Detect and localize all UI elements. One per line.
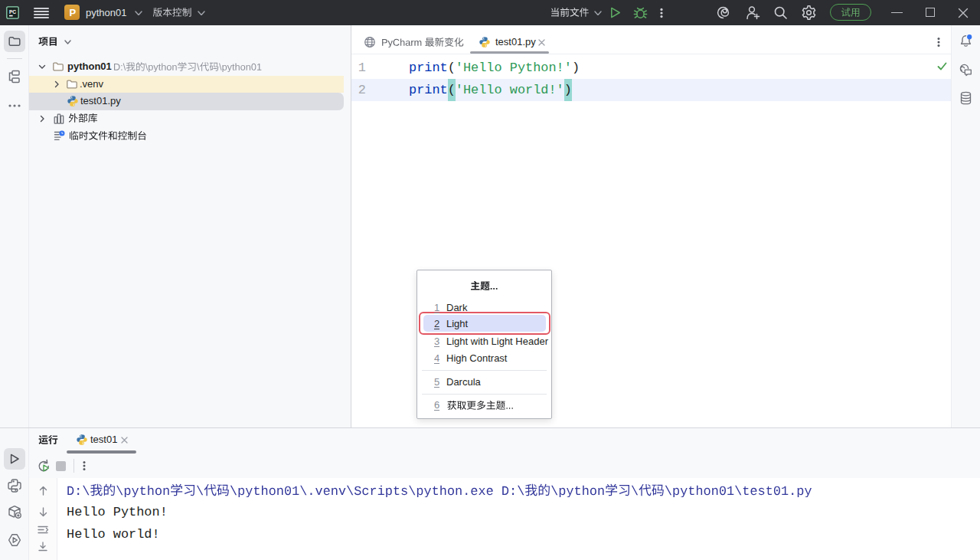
- svg-text:PC: PC: [9, 9, 16, 15]
